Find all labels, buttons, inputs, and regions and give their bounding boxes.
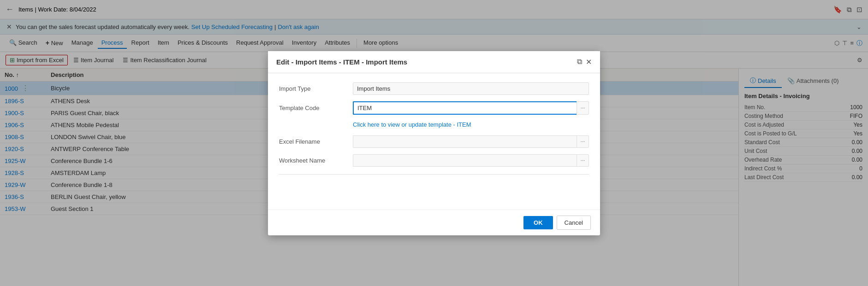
modal-title: Edit - Import Items - ITEM - Import Item… bbox=[276, 58, 407, 66]
modal-divider bbox=[279, 174, 589, 175]
template-code-ellipsis-button[interactable]: ··· bbox=[577, 101, 589, 115]
import-type-label: Import Type bbox=[279, 85, 353, 92]
excel-filename-field: ··· bbox=[353, 135, 589, 148]
modal-dialog: Edit - Import Items - ITEM - Import Item… bbox=[268, 51, 600, 235]
worksheet-name-input[interactable] bbox=[353, 154, 577, 167]
worksheet-name-field: ··· bbox=[353, 154, 589, 167]
import-type-input bbox=[353, 82, 589, 95]
worksheet-name-row: Worksheet Name ··· bbox=[279, 154, 589, 167]
modal-overlay[interactable]: Edit - Import Items - ITEM - Import Item… bbox=[0, 0, 868, 286]
template-code-input-group: ··· bbox=[353, 101, 589, 115]
excel-filename-input[interactable] bbox=[353, 135, 577, 148]
worksheet-name-input-group: ··· bbox=[353, 154, 589, 167]
excel-filename-row: Excel Filename ··· bbox=[279, 135, 589, 148]
modal-header: Edit - Import Items - ITEM - Import Item… bbox=[268, 51, 600, 73]
excel-filename-input-group: ··· bbox=[353, 135, 589, 148]
template-code-label: Template Code bbox=[279, 105, 353, 111]
worksheet-name-label: Worksheet Name bbox=[279, 157, 353, 164]
modal-footer: OK Cancel bbox=[268, 210, 600, 235]
excel-filename-ellipsis-button[interactable]: ··· bbox=[577, 135, 589, 148]
modal-expand-button[interactable]: ⧉ bbox=[577, 58, 582, 66]
worksheet-name-ellipsis-button[interactable]: ··· bbox=[577, 154, 589, 167]
cancel-button[interactable]: Cancel bbox=[557, 216, 591, 230]
template-code-field: ··· bbox=[353, 101, 589, 115]
modal-body: Import Type Template Code ··· Click h bbox=[268, 73, 600, 210]
import-type-row: Import Type bbox=[279, 82, 589, 95]
excel-filename-label: Excel Filename bbox=[279, 138, 353, 145]
template-code-input[interactable] bbox=[353, 101, 577, 115]
template-link[interactable]: Click here to view or update template - … bbox=[353, 121, 471, 128]
modal-close-button[interactable]: ✕ bbox=[586, 58, 592, 66]
ok-button[interactable]: OK bbox=[523, 216, 553, 229]
modal-header-icons: ⧉ ✕ bbox=[577, 58, 592, 66]
template-link-row: Click here to view or update template - … bbox=[279, 121, 589, 128]
import-type-field bbox=[353, 82, 589, 95]
template-code-row: Template Code ··· bbox=[279, 101, 589, 115]
